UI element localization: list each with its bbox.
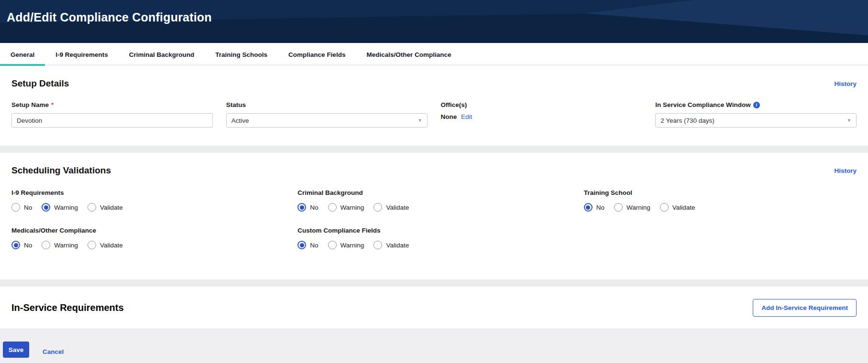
radio-option-no[interactable]: No <box>584 203 604 212</box>
radio-option-label: Validate <box>386 204 409 211</box>
radio-option-label: Validate <box>672 204 695 211</box>
footer-actions: Save Cancel <box>0 329 868 363</box>
radio-option-no[interactable]: No <box>11 241 32 249</box>
radio-unselected-icon[interactable] <box>88 241 96 249</box>
setup-name-input[interactable] <box>11 113 213 128</box>
section-divider <box>0 146 868 153</box>
page-title: Add/Edit Compliance Configuration <box>7 11 212 24</box>
chevron-down-icon: ▼ <box>847 118 851 123</box>
validation-group-options: NoWarningValidate <box>11 241 284 249</box>
radio-dot <box>586 205 590 210</box>
in-service-requirements-section: In-Service Requirements Add In-Service R… <box>0 287 868 329</box>
radio-unselected-icon[interactable] <box>88 203 96 212</box>
offices-value: None <box>441 113 457 120</box>
tab-medicals-other-compliance[interactable]: Medicals/Other Compliance <box>356 43 461 66</box>
radio-option-label: No <box>596 204 604 211</box>
setup-name-field: Setup Name * <box>11 101 213 128</box>
radio-selected-icon[interactable] <box>297 241 306 249</box>
setup-name-label: Setup Name * <box>11 101 213 108</box>
validation-group-label: Medicals/Other Compliance <box>11 227 284 234</box>
radio-option-no[interactable]: No <box>11 203 32 212</box>
tab-bar: General I-9 Requirements Criminal Backgr… <box>0 43 868 66</box>
radio-option-validate[interactable]: Validate <box>374 203 409 212</box>
tab-training-schools[interactable]: Training Schools <box>205 43 278 66</box>
validation-group-options: NoWarningValidate <box>11 203 284 212</box>
tab-i9-requirements[interactable]: I-9 Requirements <box>45 43 119 66</box>
radio-unselected-icon[interactable] <box>42 241 50 249</box>
info-circle-icon[interactable]: i <box>753 102 760 108</box>
in-service-window-label-text: In Service Compliance Window <box>655 101 750 108</box>
radio-option-validate[interactable]: Validate <box>88 203 123 212</box>
radio-option-label: Warning <box>54 204 78 211</box>
validation-groups: I-9 Requirements NoWarningValidate Crimi… <box>11 189 857 249</box>
radio-selected-icon[interactable] <box>584 203 593 212</box>
in-service-window-label: In Service Compliance Window i <box>655 101 857 108</box>
radio-selected-icon[interactable] <box>11 241 20 249</box>
page-header: Add/Edit Compliance Configuration <box>0 0 868 43</box>
validation-group-label: Training School <box>584 189 857 196</box>
radio-option-no[interactable]: No <box>297 203 318 212</box>
add-in-service-requirement-button[interactable]: Add In-Service Requirement <box>753 299 857 317</box>
status-select[interactable]: Active ▼ <box>226 113 428 128</box>
radio-option-warning[interactable]: Warning <box>42 241 78 249</box>
radio-dot <box>300 205 304 210</box>
radio-unselected-icon[interactable] <box>328 241 337 249</box>
radio-unselected-icon[interactable] <box>11 203 20 212</box>
setup-name-label-text: Setup Name <box>11 101 49 108</box>
radio-unselected-icon[interactable] <box>328 203 337 212</box>
in-service-requirements-heading: In-Service Requirements <box>11 302 124 313</box>
radio-option-label: Warning <box>341 242 364 249</box>
radio-selected-icon[interactable] <box>297 203 306 212</box>
radio-unselected-icon[interactable] <box>660 203 669 212</box>
radio-dot <box>44 205 48 210</box>
validation-group-label: I-9 Requirements <box>11 189 284 196</box>
radio-selected-icon[interactable] <box>42 203 50 212</box>
validation-group-label: Custom Compliance Fields <box>297 227 570 234</box>
radio-option-warning[interactable]: Warning <box>328 241 364 249</box>
validation-group-options: NoWarningValidate <box>297 203 570 212</box>
status-select-value: Active <box>231 117 249 124</box>
radio-option-label: Validate <box>100 242 123 249</box>
offices-field: Office(s) None Edit <box>441 101 642 128</box>
scheduling-validations-history-link[interactable]: History <box>834 167 857 174</box>
in-service-window-select[interactable]: 2 Years (730 days) ▼ <box>655 113 857 128</box>
radio-option-validate[interactable]: Validate <box>88 241 123 249</box>
radio-option-validate[interactable]: Validate <box>374 241 409 249</box>
validation-group: Custom Compliance Fields NoWarningValida… <box>297 227 570 249</box>
radio-unselected-icon[interactable] <box>374 241 382 249</box>
cancel-button[interactable]: Cancel <box>43 348 64 355</box>
setup-details-heading: Setup Details <box>11 78 69 89</box>
scheduling-validations-section: Scheduling Validations History I-9 Requi… <box>0 153 868 279</box>
radio-option-validate[interactable]: Validate <box>660 203 695 212</box>
status-field: Status Active ▼ <box>226 101 428 128</box>
offices-edit-link[interactable]: Edit <box>461 113 472 120</box>
tab-compliance-fields[interactable]: Compliance Fields <box>278 43 356 66</box>
radio-dot <box>300 243 304 247</box>
required-asterisk: * <box>51 101 54 108</box>
radio-option-label: Warning <box>626 204 650 211</box>
radio-unselected-icon[interactable] <box>614 203 623 212</box>
radio-unselected-icon[interactable] <box>374 203 382 212</box>
validation-group: I-9 Requirements NoWarningValidate <box>11 189 284 212</box>
tab-criminal-background[interactable]: Criminal Background <box>119 43 205 66</box>
section-divider <box>0 279 868 287</box>
setup-details-history-link[interactable]: History <box>834 80 857 87</box>
setup-details-section: Setup Details History Setup Name * Statu… <box>0 66 868 146</box>
radio-option-label: No <box>24 204 32 211</box>
validation-group-options: NoWarningValidate <box>584 203 857 212</box>
radio-option-label: Warning <box>54 242 78 249</box>
validation-group: Medicals/Other Compliance NoWarningValid… <box>11 227 284 249</box>
chevron-down-icon: ▼ <box>418 118 422 123</box>
radio-option-warning[interactable]: Warning <box>328 203 364 212</box>
validation-group: Training School NoWarningValidate <box>584 189 857 212</box>
radio-option-label: No <box>310 242 318 249</box>
radio-option-warning[interactable]: Warning <box>614 203 650 212</box>
tab-general[interactable]: General <box>0 43 45 66</box>
radio-option-no[interactable]: No <box>297 241 318 249</box>
status-label: Status <box>226 101 428 108</box>
in-service-window-select-value: 2 Years (730 days) <box>660 117 714 124</box>
save-button[interactable]: Save <box>3 342 29 358</box>
radio-dot <box>14 243 18 247</box>
radio-option-warning[interactable]: Warning <box>42 203 78 212</box>
radio-option-label: No <box>24 242 32 249</box>
